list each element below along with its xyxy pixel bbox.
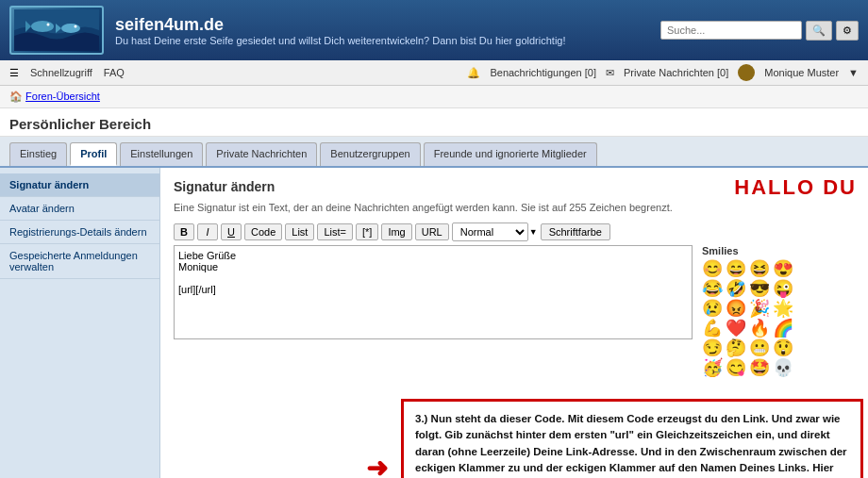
smilies-panel: Smilies 😊😄😆😍😂🤣😎😜😢😡🎉🌟💪❤️🔥🌈😏🤔😬😲🥳😋🤩💀	[702, 245, 806, 376]
chevron-down-format-icon: ▼	[529, 227, 538, 237]
smiley-item[interactable]: 🔥	[749, 320, 770, 337]
smiley-item[interactable]: 😄	[726, 260, 746, 277]
navigation-bar: ☰ Schnellzugriff FAQ 🔔 Benachrichtigunge…	[0, 60, 868, 86]
editor-toolbar: B I U Code List List= [*] Img URL Normal…	[174, 223, 855, 241]
sidebar-item-signatur[interactable]: Signatur ändern	[0, 173, 159, 197]
tab-benutzergruppen[interactable]: Benutzergruppen	[320, 142, 420, 166]
avatar-small	[738, 64, 755, 81]
smilies-label: Smilies	[702, 245, 806, 256]
private-messages-link[interactable]: Private Nachrichten [0]	[624, 67, 728, 78]
toolbar-bold[interactable]: B	[174, 223, 194, 240]
page-title: Persönlicher Bereich	[0, 108, 868, 137]
search-button[interactable]: 🔍	[806, 21, 832, 41]
breadcrumb: 🏠 Foren-Übersicht	[0, 86, 868, 108]
toolbar-italic[interactable]: I	[197, 223, 218, 240]
site-name: seifen4um.de	[115, 15, 660, 35]
toolbar-list[interactable]: List	[285, 223, 314, 240]
message-icon: ✉	[606, 67, 614, 79]
smiley-item[interactable]: 🤩	[749, 359, 770, 376]
smiley-item[interactable]: 🌟	[773, 300, 793, 317]
tab-profil[interactable]: Profil	[70, 142, 117, 166]
bell-icon: 🔔	[467, 67, 480, 79]
smiley-item[interactable]: 💪	[702, 320, 723, 337]
svg-point-6	[75, 25, 77, 28]
toolbar-li[interactable]: [*]	[356, 223, 378, 240]
smilies-grid: 😊😄😆😍😂🤣😎😜😢😡🎉🌟💪❤️🔥🌈😏🤔😬😲🥳😋🤩💀	[702, 260, 796, 376]
sidebar: Signatur ändern Avatar ändern Registrier…	[0, 168, 160, 478]
smiley-item[interactable]: 😋	[726, 359, 746, 376]
faq-link[interactable]: FAQ	[104, 67, 125, 78]
smiley-item[interactable]: 🌈	[773, 320, 793, 337]
hallo-du-text: HALLO DU	[734, 175, 857, 200]
toolbar-format-select[interactable]: Normal Heading 1 Heading 2 Heading 3	[452, 223, 528, 241]
toolbar-underline[interactable]: U	[221, 223, 242, 240]
toolbar-list-eq[interactable]: List=	[317, 223, 353, 240]
signature-editor[interactable]: Liebe Grüße Monique [url][/url]	[174, 245, 693, 339]
smiley-item[interactable]: 🥳	[702, 359, 723, 376]
notifications-link[interactable]: Benachrichtigungen [0]	[490, 67, 596, 78]
header-text-block: seifen4um.de Du hast Deine erste Seife g…	[115, 15, 660, 46]
tooltip-text: 3.) Nun steht da dieser Code. Mit diesem…	[415, 413, 847, 478]
smiley-item[interactable]: 😆	[749, 260, 770, 277]
smiley-item[interactable]: 😎	[749, 280, 770, 297]
content-description: Eine Signatur ist ein Text, der an deine…	[174, 202, 855, 213]
nav-right: 🔔 Benachrichtigungen [0] ✉ Private Nachr…	[467, 64, 859, 81]
sidebar-item-avatar[interactable]: Avatar ändern	[0, 197, 159, 221]
toolbar-schriftfarbe[interactable]: Schriftfarbe	[541, 223, 610, 240]
tab-einstellungen[interactable]: Einstellungen	[120, 142, 203, 166]
red-arrow-icon: ➜	[366, 449, 388, 478]
site-logo	[9, 6, 104, 55]
breadcrumb-link[interactable]: Foren-Übersicht	[25, 91, 100, 102]
smiley-item[interactable]: 🤔	[726, 339, 746, 356]
sidebar-item-anmeldungen[interactable]: Gespeicherte Anmeldungen verwalten	[0, 244, 159, 279]
svg-point-3	[47, 24, 50, 26]
site-header: seifen4um.de Du hast Deine erste Seife g…	[0, 0, 868, 60]
chevron-down-icon[interactable]: ▼	[848, 67, 859, 78]
tab-private-nachrichten[interactable]: Private Nachrichten	[206, 142, 317, 166]
smiley-item[interactable]: ❤️	[726, 320, 746, 337]
toolbar-code[interactable]: Code	[244, 223, 282, 240]
editor-row: Liebe Grüße Monique [url][/url] Smilies …	[174, 245, 855, 376]
header-search-area: 🔍 ⚙	[660, 21, 859, 41]
smiley-item[interactable]: 😬	[749, 339, 770, 356]
toolbar-url[interactable]: URL	[415, 223, 449, 240]
settings-button[interactable]: ⚙	[836, 21, 859, 41]
smiley-item[interactable]: 🎉	[749, 300, 770, 317]
home-icon: 🏠	[9, 91, 23, 102]
content-area: Signatur ändern Eine Signatur ist ein Te…	[160, 168, 868, 478]
smiley-item[interactable]: 😏	[702, 339, 723, 356]
sidebar-item-registrierung[interactable]: Registrierungs-Details ändern	[0, 221, 159, 244]
svg-point-1	[31, 21, 54, 32]
toolbar-img[interactable]: Img	[381, 223, 411, 240]
tabs-bar: Einstieg Profil Einstellungen Private Na…	[0, 137, 868, 168]
tooltip-overlay: ➜ 3.) Nun steht da dieser Code. Mit dies…	[401, 399, 863, 478]
smiley-item[interactable]: 😢	[702, 300, 723, 317]
nav-menu-icon[interactable]: ☰	[9, 67, 19, 79]
user-link[interactable]: Monique Muster	[764, 67, 839, 78]
smiley-item[interactable]: 💀	[773, 359, 793, 376]
svg-point-4	[61, 24, 80, 33]
smiley-item[interactable]: 😲	[773, 339, 793, 356]
schnellzugriff-link[interactable]: Schnellzugriff	[30, 67, 92, 78]
smiley-item[interactable]: 😂	[702, 280, 723, 297]
search-input[interactable]	[660, 21, 802, 40]
main-content: Signatur ändern Avatar ändern Registrier…	[0, 168, 868, 478]
tab-einstieg[interactable]: Einstieg	[9, 142, 67, 166]
site-tagline: Du hast Deine erste Seife gesiedet und w…	[115, 35, 660, 46]
smiley-item[interactable]: 🤣	[726, 280, 746, 297]
smiley-item[interactable]: 😡	[726, 300, 746, 317]
smiley-item[interactable]: 😍	[773, 260, 793, 277]
smiley-item[interactable]: 😜	[773, 280, 793, 297]
tab-freunde[interactable]: Freunde und ignorierte Mitglieder	[424, 142, 597, 166]
smiley-item[interactable]: 😊	[702, 260, 723, 277]
nav-left: ☰ Schnellzugriff FAQ	[9, 67, 125, 79]
